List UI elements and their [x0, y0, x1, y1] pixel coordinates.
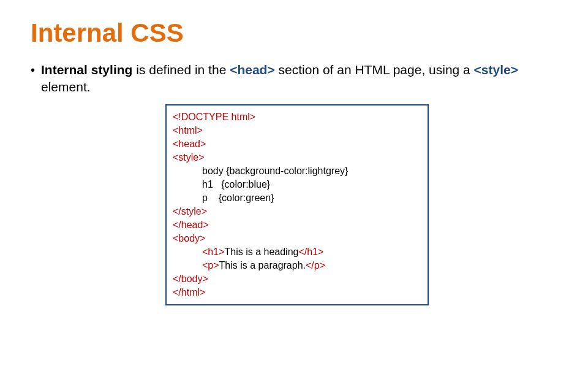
code-tag: </h1>: [298, 247, 323, 257]
code-line: </html>: [173, 286, 421, 299]
code-text: This is a paragraph.: [219, 260, 306, 270]
bullet-item: • Internal styling is defined in the <he…: [31, 61, 557, 96]
code-line: </head>: [173, 218, 421, 232]
code-tag: </p>: [306, 260, 325, 270]
code-tag: <p>: [202, 260, 219, 270]
bullet-seg: section of an HTML page, using a: [275, 63, 474, 77]
code-line: p {color:green}: [173, 191, 421, 205]
bullet-marker: •: [31, 61, 35, 79]
code-line: h1 {color:blue}: [173, 178, 421, 191]
bullet-seg: element.: [41, 80, 91, 94]
code-tag: <h1>: [202, 247, 224, 257]
bullet-tag-style: <style>: [474, 63, 518, 77]
code-line: <body>: [173, 232, 421, 245]
code-line: <!DOCTYPE html>: [173, 110, 421, 124]
page-title: Internal CSS: [31, 18, 557, 48]
code-line: <html>: [173, 124, 421, 137]
bullet-tag-head: <head>: [230, 63, 275, 77]
code-line: <style>: [173, 151, 421, 164]
code-line: <h1>This is a heading</h1>: [173, 245, 421, 259]
code-line: </style>: [173, 205, 421, 218]
code-line: <head>: [173, 137, 421, 151]
code-line: </body>: [173, 272, 421, 286]
bullet-text: Internal styling is defined in the <head…: [41, 61, 557, 96]
bullet-bold: Internal styling: [41, 63, 132, 77]
code-text: This is a heading: [224, 247, 298, 257]
slide-content: Internal CSS • Internal styling is defin…: [0, 0, 588, 330]
code-line: <p>This is a paragraph.</p>: [173, 259, 421, 272]
code-line: body {background-color:lightgrey}: [173, 164, 421, 178]
bullet-seg: is defined in the: [132, 63, 230, 77]
code-example-box: <!DOCTYPE html> <html> <head> <style> bo…: [165, 104, 429, 305]
